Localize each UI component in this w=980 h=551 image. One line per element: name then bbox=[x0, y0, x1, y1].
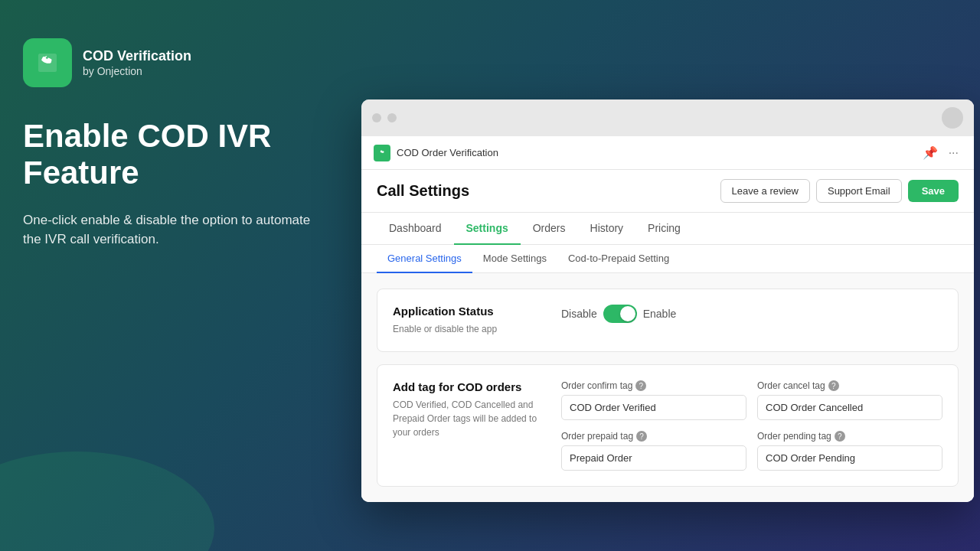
order-cancel-input[interactable] bbox=[757, 395, 942, 420]
order-pending-help-icon[interactable]: ? bbox=[835, 431, 845, 442]
app-icon-small bbox=[374, 145, 390, 161]
content-area: Application Status Enable or disable the… bbox=[361, 273, 974, 502]
order-prepaid-label: Order prepaid tag ? bbox=[561, 431, 746, 442]
app-subtitle: by Onjection bbox=[83, 65, 191, 77]
app-name-label: COD Order Verification bbox=[397, 147, 913, 158]
svg-point-0 bbox=[0, 452, 214, 551]
order-pending-input[interactable] bbox=[757, 445, 942, 471]
order-prepaid-input[interactable] bbox=[561, 445, 746, 471]
field-group-order-confirm: Order confirm tag ? bbox=[561, 380, 746, 420]
app-status-card-desc: Enable or disable the app bbox=[393, 322, 546, 336]
order-confirm-label: Order confirm tag ? bbox=[561, 380, 746, 391]
main-tabs: Dashboard Settings Orders History Pricin… bbox=[361, 213, 974, 245]
field-group-order-prepaid: Order prepaid tag ? bbox=[561, 431, 746, 471]
top-bar-actions: 📌 ··· bbox=[920, 144, 962, 161]
hero-title: Enable COD IVR Feature bbox=[23, 118, 314, 192]
app-icon bbox=[23, 38, 72, 87]
header-buttons: Leave a review Support Email Save bbox=[720, 179, 959, 203]
more-icon[interactable]: ··· bbox=[946, 145, 962, 161]
tab-dashboard[interactable]: Dashboard bbox=[377, 213, 454, 245]
order-confirm-input[interactable] bbox=[561, 395, 746, 420]
browser-chrome bbox=[361, 99, 974, 136]
tab-pricing[interactable]: Pricing bbox=[635, 213, 693, 245]
subtab-general-settings[interactable]: General Settings bbox=[377, 245, 472, 273]
field-group-order-pending: Order pending tag ? bbox=[757, 431, 942, 471]
page-title: Call Settings bbox=[377, 182, 469, 200]
top-bar: COD Order Verification 📌 ··· bbox=[361, 136, 974, 170]
card-left-status: Application Status Enable or disable the… bbox=[393, 305, 546, 336]
app-content: COD Order Verification 📌 ··· Call Settin… bbox=[361, 136, 974, 502]
order-prepaid-help-icon[interactable]: ? bbox=[636, 431, 647, 442]
tag-card-title: Add tag for COD orders bbox=[393, 380, 546, 393]
browser-window: COD Order Verification 📌 ··· Call Settin… bbox=[361, 99, 974, 502]
toggle-group: Disable Enable bbox=[561, 305, 676, 323]
app-status-toggle[interactable] bbox=[603, 305, 637, 323]
left-panel: COD Verification by Onjection Enable COD… bbox=[0, 0, 345, 551]
order-pending-label: Order pending tag ? bbox=[757, 431, 942, 442]
app-header: COD Verification by Onjection bbox=[23, 38, 314, 87]
sub-tabs: General Settings Mode Settings Cod-to-Pr… bbox=[361, 245, 974, 273]
order-confirm-help-icon[interactable]: ? bbox=[635, 380, 646, 391]
tag-card-desc: COD Verified, COD Cancelled and Prepaid … bbox=[393, 398, 546, 439]
support-email-button[interactable]: Support Email bbox=[816, 179, 902, 203]
card-left-tag: Add tag for COD orders COD Verified, COD… bbox=[393, 380, 546, 439]
subtab-cod-to-prepaid[interactable]: Cod-to-Prepaid Setting bbox=[557, 245, 680, 273]
tab-orders[interactable]: Orders bbox=[521, 213, 578, 245]
tag-fields: Order confirm tag ? Order cancel tag ? bbox=[561, 380, 942, 471]
header-row: Call Settings Leave a review Support Ema… bbox=[361, 170, 974, 213]
decorative-shape bbox=[0, 337, 230, 551]
app-title: COD Verification bbox=[83, 48, 191, 65]
app-status-card-title: Application Status bbox=[393, 305, 546, 318]
leave-review-button[interactable]: Leave a review bbox=[720, 179, 810, 203]
app-title-block: COD Verification by Onjection bbox=[83, 48, 191, 77]
browser-dot-1 bbox=[372, 113, 381, 122]
toggle-enable-label: Enable bbox=[643, 308, 677, 320]
tag-card: Add tag for COD orders COD Verified, COD… bbox=[377, 364, 959, 487]
hero-description: One-click enable & disable the option to… bbox=[23, 210, 314, 249]
application-status-card: Application Status Enable or disable the… bbox=[377, 289, 959, 352]
order-cancel-label: Order cancel tag ? bbox=[757, 380, 942, 391]
field-group-order-cancel: Order cancel tag ? bbox=[757, 380, 942, 420]
pin-icon[interactable]: 📌 bbox=[920, 144, 941, 161]
subtab-mode-settings[interactable]: Mode Settings bbox=[472, 245, 557, 273]
tab-settings[interactable]: Settings bbox=[454, 213, 521, 245]
order-cancel-help-icon[interactable]: ? bbox=[828, 380, 839, 391]
toggle-disable-label: Disable bbox=[561, 308, 597, 320]
save-button[interactable]: Save bbox=[908, 180, 959, 202]
tab-history[interactable]: History bbox=[578, 213, 636, 245]
browser-close-btn[interactable] bbox=[942, 107, 963, 129]
card-right-status: Disable Enable bbox=[561, 305, 942, 323]
browser-dot-2 bbox=[387, 113, 397, 122]
